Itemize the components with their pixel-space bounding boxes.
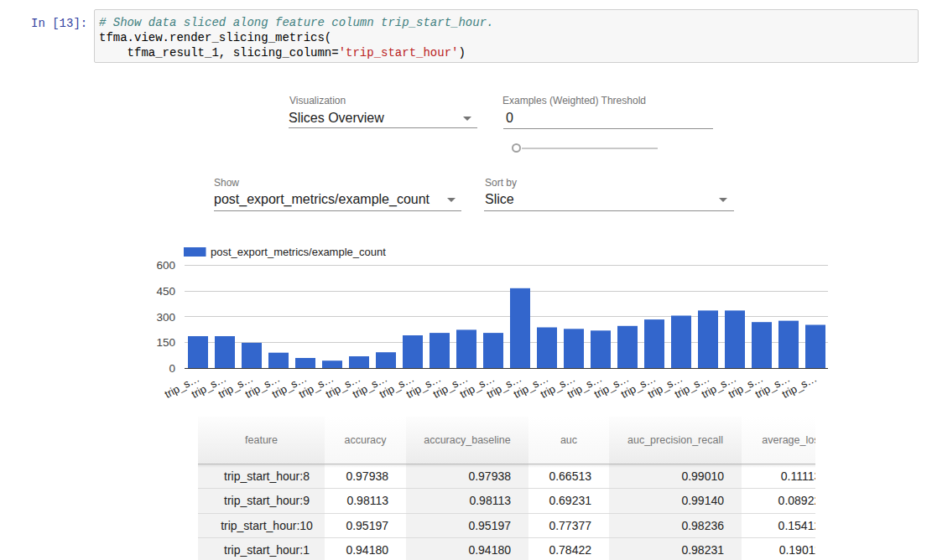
svg-text:post_export_metrics/example_co: post_export_metrics/example_count <box>211 246 386 258</box>
svg-text:150: 150 <box>156 336 175 349</box>
svg-text:300: 300 <box>156 311 175 324</box>
svg-text:600: 600 <box>156 259 175 272</box>
svg-text:0: 0 <box>169 362 175 375</box>
svg-text:450: 450 <box>156 285 175 298</box>
